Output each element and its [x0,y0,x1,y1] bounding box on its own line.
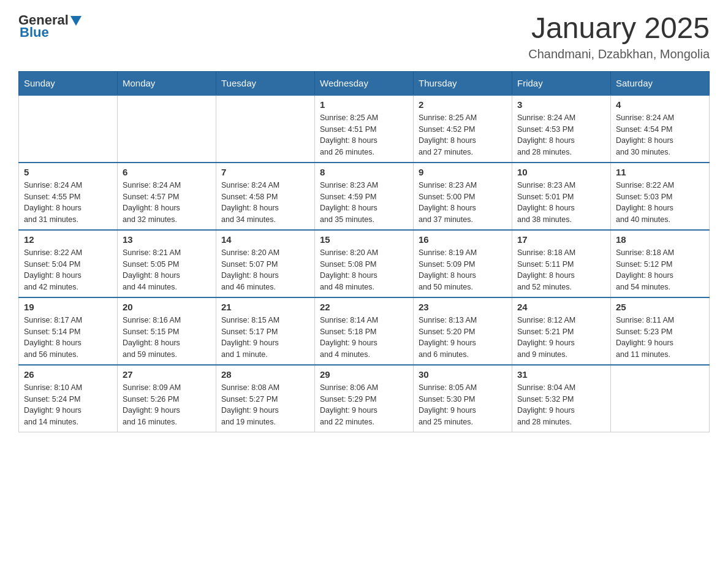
day-number: 3 [517,99,605,110]
day-number: 4 [616,99,704,110]
day-info: Sunrise: 8:24 AM Sunset: 4:55 PM Dayligh… [24,180,112,226]
day-number: 31 [517,369,605,380]
day-info: Sunrise: 8:16 AM Sunset: 5:15 PM Dayligh… [123,315,211,361]
calendar-cell: 8Sunrise: 8:23 AM Sunset: 4:59 PM Daylig… [315,163,414,230]
day-number: 5 [24,167,112,177]
day-number: 13 [123,234,211,245]
day-info: Sunrise: 8:06 AM Sunset: 5:29 PM Dayligh… [320,382,408,428]
calendar-cell [611,365,710,432]
day-info: Sunrise: 8:18 AM Sunset: 5:11 PM Dayligh… [517,247,605,293]
day-info: Sunrise: 8:23 AM Sunset: 4:59 PM Dayligh… [320,180,408,226]
calendar-cell: 20Sunrise: 8:16 AM Sunset: 5:15 PM Dayli… [118,297,216,365]
calendar-cell: 24Sunrise: 8:12 AM Sunset: 5:21 PM Dayli… [512,297,611,365]
day-info: Sunrise: 8:09 AM Sunset: 5:26 PM Dayligh… [123,382,211,428]
calendar-day-header: Wednesday [315,71,414,95]
calendar-cell: 3Sunrise: 8:24 AM Sunset: 4:53 PM Daylig… [512,95,611,163]
day-number: 9 [419,167,507,177]
calendar-cell: 19Sunrise: 8:17 AM Sunset: 5:14 PM Dayli… [19,297,118,365]
day-number: 7 [221,167,309,177]
day-info: Sunrise: 8:25 AM Sunset: 4:51 PM Dayligh… [320,112,408,158]
day-info: Sunrise: 8:13 AM Sunset: 5:20 PM Dayligh… [419,315,507,361]
calendar-cell: 4Sunrise: 8:24 AM Sunset: 4:54 PM Daylig… [611,95,710,163]
day-number: 26 [24,369,112,380]
day-number: 16 [419,234,507,245]
calendar-cell: 9Sunrise: 8:23 AM Sunset: 5:00 PM Daylig… [414,163,512,230]
day-info: Sunrise: 8:04 AM Sunset: 5:32 PM Dayligh… [517,382,605,428]
day-number: 30 [419,369,507,380]
month-title: January 2025 [528,12,710,45]
calendar-week-row: 26Sunrise: 8:10 AM Sunset: 5:24 PM Dayli… [19,365,710,432]
day-number: 19 [24,302,112,312]
day-number: 14 [221,234,309,245]
day-info: Sunrise: 8:23 AM Sunset: 5:01 PM Dayligh… [517,180,605,226]
calendar-cell [216,95,315,163]
calendar-week-row: 12Sunrise: 8:22 AM Sunset: 5:04 PM Dayli… [19,230,710,297]
calendar-header-row: SundayMondayTuesdayWednesdayThursdayFrid… [19,71,710,95]
day-info: Sunrise: 8:10 AM Sunset: 5:24 PM Dayligh… [24,382,112,428]
calendar-day-header: Monday [118,71,216,95]
calendar-cell: 15Sunrise: 8:20 AM Sunset: 5:08 PM Dayli… [315,230,414,297]
day-info: Sunrise: 8:19 AM Sunset: 5:09 PM Dayligh… [419,247,507,293]
day-info: Sunrise: 8:20 AM Sunset: 5:08 PM Dayligh… [320,247,408,293]
calendar-cell: 7Sunrise: 8:24 AM Sunset: 4:58 PM Daylig… [216,163,315,230]
calendar-cell: 31Sunrise: 8:04 AM Sunset: 5:32 PM Dayli… [512,365,611,432]
calendar-cell: 13Sunrise: 8:21 AM Sunset: 5:05 PM Dayli… [118,230,216,297]
day-number: 10 [517,167,605,177]
calendar-table: SundayMondayTuesdayWednesdayThursdayFrid… [18,71,710,432]
day-number: 17 [517,234,605,245]
day-info: Sunrise: 8:24 AM Sunset: 4:58 PM Dayligh… [221,180,309,226]
day-number: 18 [616,234,704,245]
calendar-cell: 10Sunrise: 8:23 AM Sunset: 5:01 PM Dayli… [512,163,611,230]
calendar-day-header: Friday [512,71,611,95]
day-info: Sunrise: 8:08 AM Sunset: 5:27 PM Dayligh… [221,382,309,428]
calendar-cell: 30Sunrise: 8:05 AM Sunset: 5:30 PM Dayli… [414,365,512,432]
calendar-day-header: Saturday [611,71,710,95]
day-number: 24 [517,302,605,312]
calendar-cell [19,95,118,163]
calendar-cell: 25Sunrise: 8:11 AM Sunset: 5:23 PM Dayli… [611,297,710,365]
calendar-week-row: 19Sunrise: 8:17 AM Sunset: 5:14 PM Dayli… [19,297,710,365]
calendar-cell: 1Sunrise: 8:25 AM Sunset: 4:51 PM Daylig… [315,95,414,163]
calendar-cell: 28Sunrise: 8:08 AM Sunset: 5:27 PM Dayli… [216,365,315,432]
day-number: 22 [320,302,408,312]
svg-marker-0 [70,16,82,26]
location-title: Chandmani, Dzabkhan, Mongolia [528,47,710,61]
day-info: Sunrise: 8:11 AM Sunset: 5:23 PM Dayligh… [616,315,704,361]
calendar-cell: 2Sunrise: 8:25 AM Sunset: 4:52 PM Daylig… [414,95,512,163]
calendar-cell: 22Sunrise: 8:14 AM Sunset: 5:18 PM Dayli… [315,297,414,365]
day-number: 8 [320,167,408,177]
day-number: 29 [320,369,408,380]
calendar-cell: 14Sunrise: 8:20 AM Sunset: 5:07 PM Dayli… [216,230,315,297]
day-number: 12 [24,234,112,245]
calendar-cell: 11Sunrise: 8:22 AM Sunset: 5:03 PM Dayli… [611,163,710,230]
day-info: Sunrise: 8:18 AM Sunset: 5:12 PM Dayligh… [616,247,704,293]
day-number: 2 [419,99,507,110]
day-info: Sunrise: 8:23 AM Sunset: 5:00 PM Dayligh… [419,180,507,226]
calendar-cell: 5Sunrise: 8:24 AM Sunset: 4:55 PM Daylig… [19,163,118,230]
calendar-cell: 26Sunrise: 8:10 AM Sunset: 5:24 PM Dayli… [19,365,118,432]
day-number: 23 [419,302,507,312]
calendar-day-header: Thursday [414,71,512,95]
calendar-cell: 21Sunrise: 8:15 AM Sunset: 5:17 PM Dayli… [216,297,315,365]
day-info: Sunrise: 8:22 AM Sunset: 5:04 PM Dayligh… [24,247,112,293]
day-info: Sunrise: 8:24 AM Sunset: 4:53 PM Dayligh… [517,112,605,158]
calendar-cell: 23Sunrise: 8:13 AM Sunset: 5:20 PM Dayli… [414,297,512,365]
calendar-cell: 29Sunrise: 8:06 AM Sunset: 5:29 PM Dayli… [315,365,414,432]
logo-blue-text: Blue [20,25,49,40]
page-header: General Blue January 2025 Chandmani, Dza… [18,12,710,61]
day-number: 20 [123,302,211,312]
day-number: 21 [221,302,309,312]
calendar-cell: 12Sunrise: 8:22 AM Sunset: 5:04 PM Dayli… [19,230,118,297]
calendar-cell: 27Sunrise: 8:09 AM Sunset: 5:26 PM Dayli… [118,365,216,432]
day-number: 6 [123,167,211,177]
day-info: Sunrise: 8:24 AM Sunset: 4:57 PM Dayligh… [123,180,211,226]
calendar-cell: 16Sunrise: 8:19 AM Sunset: 5:09 PM Dayli… [414,230,512,297]
calendar-week-row: 5Sunrise: 8:24 AM Sunset: 4:55 PM Daylig… [19,163,710,230]
day-info: Sunrise: 8:20 AM Sunset: 5:07 PM Dayligh… [221,247,309,293]
day-info: Sunrise: 8:15 AM Sunset: 5:17 PM Dayligh… [221,315,309,361]
logo-triangle-icon [70,16,82,26]
day-info: Sunrise: 8:24 AM Sunset: 4:54 PM Dayligh… [616,112,704,158]
day-number: 25 [616,302,704,312]
calendar-day-header: Sunday [19,71,118,95]
day-info: Sunrise: 8:14 AM Sunset: 5:18 PM Dayligh… [320,315,408,361]
